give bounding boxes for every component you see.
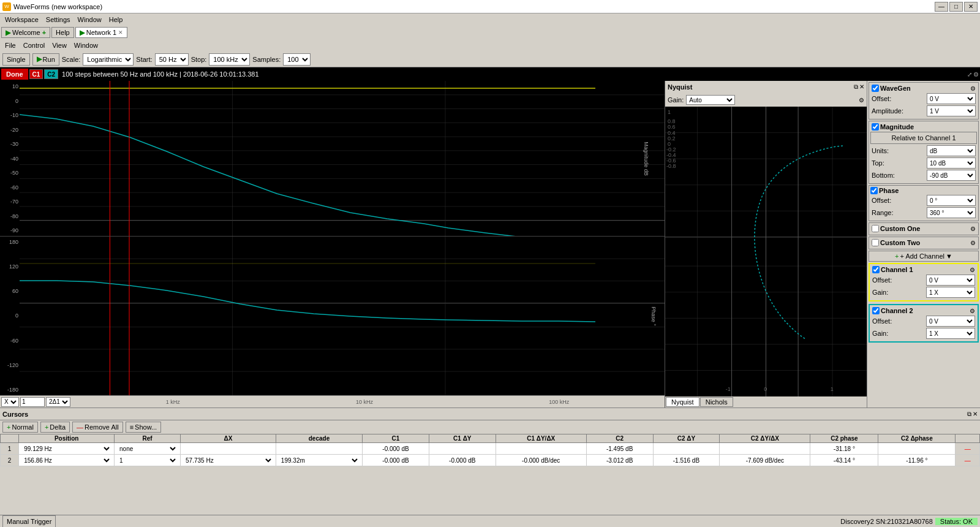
gain-select[interactable]: Auto (686, 95, 735, 105)
nyquist-chart-svg: 1 0.8 0.6 0.4 0.2 0 -0.2 -0.4 -0.6 -0.8 … (665, 107, 867, 396)
phase-checkbox[interactable] (870, 187, 878, 194)
wavegen-amplitude-select[interactable]: 1 V (927, 105, 976, 116)
stop-select[interactable]: 100 kHz (209, 53, 250, 66)
ch2-offset-select[interactable]: 0 V (926, 316, 975, 327)
magnitude-checkbox[interactable] (872, 123, 879, 131)
phase-section: Phase Offset: 0 ° Range: 360 ° (869, 185, 979, 221)
cursors-restore-btn[interactable]: ⧉ (967, 411, 971, 418)
samples-select[interactable]: 100 (283, 53, 311, 66)
tab-welcome[interactable]: ▶ Welcome + (1, 27, 50, 38)
custom-two-gear-icon[interactable]: ⚙ (970, 240, 976, 246)
start-label: Start: (136, 56, 152, 63)
custom-one-section: Custom One ⚙ (869, 222, 979, 235)
units-select[interactable]: dB (927, 145, 976, 156)
channel2-checkbox[interactable] (872, 307, 880, 314)
tab-network[interactable]: ▶ Network 1 ✕ (75, 27, 128, 38)
custom-one-label: Custom One (880, 225, 920, 232)
row1-ref-select[interactable]: none (117, 444, 178, 453)
col-c1: C1 (363, 434, 429, 443)
ch1-offset-select[interactable]: 0 V (926, 275, 975, 286)
row1-remove[interactable]: — (956, 443, 980, 455)
tab-nyquist[interactable]: Nyquist (666, 397, 699, 407)
tab-help[interactable]: Help (51, 27, 74, 38)
custom-one-gear-icon[interactable]: ⚙ (970, 226, 976, 232)
delta-select[interactable]: 2Δ1 (46, 397, 70, 407)
cursor1-val[interactable] (20, 397, 45, 407)
plus-icon: ▶ (6, 29, 10, 37)
menu-help[interactable]: Help (105, 15, 127, 24)
relative-channel-button[interactable]: Relative to Channel 1 (870, 132, 977, 144)
row2-dx[interactable]: 57.735 Hz (181, 455, 276, 466)
row2-remove[interactable]: — (956, 455, 980, 466)
custom-one-checkbox[interactable] (872, 225, 879, 232)
row2-ref-select[interactable]: 1 (117, 455, 178, 465)
gain-label: Gain: (668, 96, 684, 104)
title-controls[interactable]: — □ ✕ (935, 2, 978, 12)
manual-trigger-button[interactable]: Manual Trigger (2, 515, 56, 528)
ch2-gain-select[interactable]: 1 X (926, 328, 975, 339)
phase-offset-select[interactable]: 0 ° (927, 195, 976, 206)
settings-icon[interactable]: ⚙ (973, 71, 979, 78)
menu-control[interactable]: Control (20, 41, 48, 50)
nyquist-restore-btn[interactable]: ⧉ (854, 83, 858, 91)
row2-ref[interactable]: 1 (115, 455, 181, 466)
single-button[interactable]: Single (2, 53, 30, 66)
show-icon: ≡ (130, 423, 134, 431)
row1-ref[interactable]: none (115, 443, 181, 455)
menu-window[interactable]: Window (74, 15, 105, 24)
wavegen-offset-select[interactable]: 0 V (927, 93, 976, 104)
ch1-gain-select[interactable]: 1 X (926, 287, 975, 298)
wavegen-checkbox[interactable] (872, 85, 879, 92)
menu-workspace[interactable]: Workspace (1, 15, 42, 24)
row2-position-select[interactable]: 156.86 Hz (21, 455, 111, 465)
nyquist-settings-icon[interactable]: ⚙ (859, 97, 864, 104)
maximize-button[interactable]: □ (949, 2, 963, 12)
bottom-select[interactable]: -90 dB (927, 170, 976, 181)
scale-select[interactable]: Logarithmic (83, 53, 134, 66)
expand-icon[interactable]: ⤢ (967, 71, 972, 78)
normal-button[interactable]: + Normal (2, 422, 38, 433)
row1-position[interactable]: 99.129 Hz (19, 443, 115, 455)
menu-file[interactable]: File (1, 41, 20, 50)
channel1-gear-icon[interactable]: ⚙ (970, 267, 975, 273)
show-button[interactable]: ≡ Show... (126, 422, 162, 433)
add-channel-button[interactable]: + + Add Channel ▼ (869, 251, 979, 262)
custom-two-label: Custom Two (880, 239, 920, 246)
nyquist-header: Nyquist ⧉ ✕ (665, 81, 867, 93)
start-select[interactable]: 50 Hz (155, 53, 189, 66)
top-label: Top: (872, 159, 884, 167)
run-button[interactable]: ▶ Run (32, 53, 59, 66)
cursors-close-btn[interactable]: ✕ (973, 411, 978, 418)
nyquist-close-btn[interactable]: ✕ (859, 83, 864, 91)
channel1-checkbox[interactable] (872, 266, 880, 273)
custom-two-checkbox[interactable] (872, 239, 879, 246)
menu-settings[interactable]: Settings (42, 15, 74, 24)
row1-position-select[interactable]: 99.129 Hz (21, 444, 111, 453)
phase-y-180n: -180 (1, 387, 18, 393)
close-button[interactable]: ✕ (964, 2, 978, 12)
units-label: Units: (872, 147, 889, 154)
row2-decade[interactable]: 199.32m (276, 455, 362, 466)
row1-remove-icon[interactable]: — (965, 445, 971, 452)
remove-all-button[interactable]: — Remove All (72, 422, 123, 433)
menu-window2[interactable]: Window (70, 41, 102, 50)
top-select[interactable]: 10 dB (927, 157, 976, 169)
row2-decade-select[interactable]: 199.32m (279, 455, 360, 465)
minimize-button[interactable]: — (935, 2, 948, 12)
tab-nichols[interactable]: Nichols (700, 397, 733, 407)
menu-view[interactable]: View (48, 41, 70, 50)
row2-remove-icon[interactable]: — (965, 457, 971, 464)
delta-button[interactable]: + Delta (40, 422, 70, 433)
col-c2dphase: C2 Δphase (878, 434, 956, 443)
bottom-label: Bottom: (872, 172, 895, 179)
row2-position[interactable]: 156.86 Hz (19, 455, 115, 466)
nyquist-header-controls: ⧉ ✕ (854, 83, 864, 91)
phase-range-select[interactable]: 360 ° (927, 207, 976, 218)
normal-label: Normal (12, 423, 33, 431)
row2-dx-select[interactable]: 57.735 Hz (183, 455, 273, 465)
channel2-gear-icon[interactable]: ⚙ (970, 308, 975, 314)
cursors-title: Cursors (2, 411, 28, 418)
wavegen-gear-icon[interactable]: ⚙ (970, 85, 976, 92)
tab-network-close[interactable]: ✕ (118, 29, 123, 36)
x-axis-select[interactable]: X (1, 397, 19, 407)
